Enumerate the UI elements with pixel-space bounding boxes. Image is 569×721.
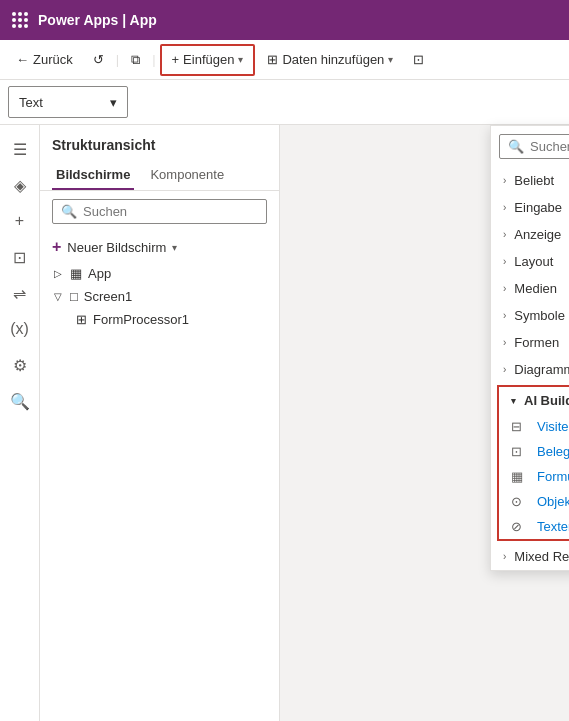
settings-icon-btn[interactable]: ⚙: [4, 349, 36, 381]
ai-item-label: Objekterkennung: [537, 494, 569, 509]
database-icon: ⊡: [13, 248, 26, 267]
left-sidebar: ☰ ◈ + ⊡ ⇌ (x) ⚙ 🔍: [0, 125, 40, 721]
objekt-icon: ⊙: [511, 494, 531, 509]
top-bar: Power Apps | App: [0, 0, 569, 40]
back-arrow-icon: ←: [16, 52, 29, 67]
fx-icon: (x): [10, 320, 29, 338]
data-icon: ⊞: [267, 52, 278, 67]
extra-button[interactable]: ⊡: [405, 44, 432, 76]
type-selector-button[interactable]: Text ▾: [8, 86, 128, 118]
search-icon: 🔍: [10, 392, 30, 411]
chevron-right-icon: ›: [503, 551, 506, 562]
menu-item-formen[interactable]: › Formen: [491, 329, 569, 356]
components-icon: ◈: [14, 176, 26, 195]
menu-item-label: Anzeige: [514, 227, 561, 242]
undo-button[interactable]: ↺: [85, 44, 112, 76]
ai-builder-section: ▾ AI Builder ⊟ Visitenkartenleser ◆ ⊡ Be…: [497, 385, 569, 541]
visitenkarten-icon: ⊟: [511, 419, 531, 434]
ai-builder-label: AI Builder: [524, 393, 569, 408]
copy-button[interactable]: ⧉: [123, 44, 148, 76]
menu-item-label: Symbole: [514, 308, 565, 323]
insert-button[interactable]: + Einfügen ▾: [160, 44, 256, 76]
menu-item-label: Layout: [514, 254, 553, 269]
new-screen-chevron-icon: ▾: [172, 242, 177, 253]
dropdown-search-input[interactable]: [530, 139, 569, 154]
new-screen-button[interactable]: + Neuer Bildschirm ▾: [40, 232, 279, 262]
chevron-right-icon: ›: [503, 229, 506, 240]
database-icon-btn[interactable]: ⊡: [4, 241, 36, 273]
data-label: Daten hinzufügen: [282, 52, 384, 67]
fx-icon-btn[interactable]: (x): [4, 313, 36, 345]
menu-item-eingabe[interactable]: › Eingabe: [491, 194, 569, 221]
menu-item-anzeige[interactable]: › Anzeige: [491, 221, 569, 248]
components-icon-btn[interactable]: ◈: [4, 169, 36, 201]
search-icon-btn[interactable]: 🔍: [4, 385, 36, 417]
ai-item-belegverarbeitung[interactable]: ⊡ Belegverarbeitung ◆: [499, 439, 569, 464]
ai-item-label: Belegverarbeitung: [537, 444, 569, 459]
insert-dropdown-menu: 🔍 ▽ ▾ › Beliebt › Eingabe › Anzeige: [490, 125, 569, 571]
new-screen-plus-icon: +: [52, 238, 61, 256]
dropdown-search-icon: 🔍: [508, 139, 524, 154]
ai-item-formularprozessor[interactable]: ▦ Formularprozessor ◆: [499, 464, 569, 489]
tab-components[interactable]: Komponente: [146, 161, 228, 190]
layers-icon-btn[interactable]: ☰: [4, 133, 36, 165]
chevron-right-icon: ›: [503, 310, 506, 321]
panel-title: Strukturansicht: [40, 125, 279, 161]
text-icon: ⊘: [511, 519, 531, 534]
type-selector-row: Text ▾: [0, 80, 569, 125]
ai-builder-header[interactable]: ▾ AI Builder: [499, 387, 569, 414]
plus-icon: +: [172, 52, 180, 67]
add-icon-btn[interactable]: +: [4, 205, 36, 237]
tree-item-label: Screen1: [84, 289, 132, 304]
tab-screens[interactable]: Bildschirme: [52, 161, 134, 190]
menu-item-diagramme[interactable]: › Diagramme: [491, 356, 569, 383]
menu-item-medien[interactable]: › Medien: [491, 275, 569, 302]
ai-item-objekterkennung[interactable]: ⊙ Objekterkennung ◆: [499, 489, 569, 514]
tree-expand-icon: ▷: [52, 268, 64, 280]
tree-item-formprossor[interactable]: ⊞ FormProcessor1: [40, 308, 279, 331]
chevron-right-icon: ›: [503, 202, 506, 213]
tree-item-label: FormProcessor1: [93, 312, 189, 327]
tree-item-label: App: [88, 266, 111, 281]
app-launcher-icon[interactable]: [12, 12, 28, 28]
menu-item-label: Mixed Reality: [514, 549, 569, 564]
content-area: ☰ ◈ + ⊡ ⇌ (x) ⚙ 🔍 Strukturansicht Bildsc…: [0, 125, 569, 721]
type-chevron-icon: ▾: [110, 95, 117, 110]
form-icon: ⊞: [76, 312, 87, 327]
tree-item-screen1[interactable]: ▽ □ Screen1: [40, 285, 279, 308]
tree-item-app[interactable]: ▷ ▦ App: [40, 262, 279, 285]
formular-icon: ▦: [511, 469, 531, 484]
screen-icon: □: [70, 289, 78, 304]
flow-icon-btn[interactable]: ⇌: [4, 277, 36, 309]
menu-item-layout[interactable]: › Layout: [491, 248, 569, 275]
type-value: Text: [19, 95, 43, 110]
chevron-right-icon: ›: [503, 175, 506, 186]
new-screen-label: Neuer Bildschirm: [67, 240, 166, 255]
chevron-right-icon: ›: [503, 283, 506, 294]
ai-item-visitenkarten[interactable]: ⊟ Visitenkartenleser ◆: [499, 414, 569, 439]
ai-item-label: Texterkennung: [537, 519, 569, 534]
chevron-right-icon: ›: [503, 337, 506, 348]
app-title: Power Apps | App: [38, 12, 157, 28]
flow-icon: ⇌: [13, 284, 26, 303]
toolbar: ← Zurück ↺ | ⧉ | + Einfügen ▾ ⊞ Daten hi…: [0, 40, 569, 80]
ai-item-label: Formularprozessor: [537, 469, 569, 484]
copy-divider: |: [152, 52, 155, 67]
panel-tabs: Bildschirme Komponente: [40, 161, 279, 191]
back-button[interactable]: ← Zurück: [8, 44, 81, 76]
insert-dropdown-area: + Einfügen ▾: [160, 44, 256, 76]
ai-item-texterkennung[interactable]: ⊘ Texterkennung ◆: [499, 514, 569, 539]
menu-item-beliebt[interactable]: › Beliebt: [491, 167, 569, 194]
extra-icon: ⊡: [413, 52, 424, 67]
ai-item-label: Visitenkartenleser: [537, 419, 569, 434]
beleg-icon: ⊡: [511, 444, 531, 459]
data-button[interactable]: ⊞ Daten hinzufügen ▾: [259, 44, 401, 76]
settings-icon: ⚙: [13, 356, 27, 375]
menu-item-symbole[interactable]: › Symbole: [491, 302, 569, 329]
app-icon: ▦: [70, 266, 82, 281]
data-chevron-icon: ▾: [388, 54, 393, 65]
ai-chevron-icon: ▾: [511, 396, 516, 406]
menu-item-mixed-reality[interactable]: › Mixed Reality: [491, 543, 569, 570]
panel-search-input[interactable]: [83, 204, 258, 219]
structure-panel: Strukturansicht Bildschirme Komponente 🔍…: [40, 125, 280, 721]
